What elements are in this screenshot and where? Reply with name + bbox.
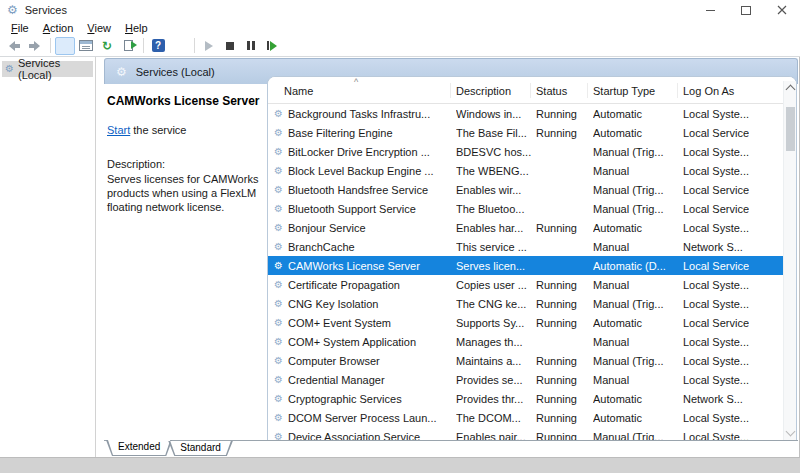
panel-gear-icon: ⚙ [116,66,127,78]
tab-extended[interactable]: Extended [106,440,172,456]
menu-file[interactable]: File [4,22,36,34]
service-status: Running [536,374,593,386]
service-log-on-as: Local Syste... [683,222,749,234]
table-row[interactable]: ⚙ Bluetooth Support Service The Bluetoo.… [268,199,783,218]
table-row[interactable]: ⚙ Credential Manager Provides se... Runn… [268,370,783,389]
table-row[interactable]: ⚙ BitLocker Drive Encryption ... BDESVC … [268,142,783,161]
table-row[interactable]: ⚙ Block Level Backup Engine ... The WBEN… [268,161,783,180]
export-list-icon [124,40,133,51]
show-hide-console-tree-button[interactable] [55,37,75,55]
table-row[interactable]: ⚙ Cryptographic Services Provides thr...… [268,389,783,408]
menu-help[interactable]: Help [118,22,155,34]
service-gear-icon: ⚙ [274,204,283,214]
service-startup-type: Manual [593,374,683,386]
table-row[interactable]: ⚙ Base Filtering Engine The Base Fil... … [268,123,783,142]
service-name-cell: ⚙ Device Association Service [268,431,456,441]
table-row[interactable]: ⚙ BranchCache This service ... Manual Ne… [268,237,783,256]
services-gear-icon: ⚙ [5,64,14,74]
tab-standard[interactable]: Standard [168,441,233,456]
maximize-icon [741,6,751,15]
service-gear-icon: ⚙ [274,432,283,441]
vertical-scrollbar[interactable] [783,81,796,440]
tree-item-services-local[interactable]: ⚙ Services (Local) [2,61,93,77]
column-separator[interactable] [677,83,678,98]
stop-service-icon [226,42,234,50]
column-header-name[interactable]: Name [284,85,313,97]
column-separator[interactable] [530,83,531,98]
services-window: ⚙ Services File Action View Help ↻ [0,0,800,473]
table-row[interactable]: ⚙ Device Association Service Enables pai… [268,427,783,440]
help-button[interactable]: ? [148,37,168,55]
service-status: Running [536,317,593,329]
table-row[interactable]: ⚙ CAMWorks License Server Serves licen..… [268,256,783,275]
maximize-button[interactable] [728,0,764,20]
column-header-log-on-as[interactable]: Log On As [683,85,734,97]
service-name-cell: ⚙ Certificate Propagation [268,279,456,291]
tree-item-label: Services (Local) [18,57,90,81]
service-description: Windows in... [456,108,536,120]
service-log-on-as: Local Service [683,260,749,272]
minimize-button[interactable] [692,0,728,20]
service-startup-type: Manual [593,241,683,253]
table-row[interactable]: ⚙ CNG Key Isolation The CNG ke... Runnin… [268,294,783,313]
column-separator[interactable] [587,83,588,98]
properties-button[interactable] [76,37,96,55]
table-row[interactable]: ⚙ DCOM Server Process Laun... The DCOM..… [268,408,783,427]
close-button[interactable] [764,0,800,20]
service-name: Cryptographic Services [288,393,402,405]
service-startup-type: Manual (Trig... [593,203,683,215]
column-separator[interactable] [450,83,451,98]
service-name: Background Tasks Infrastru... [288,108,430,120]
service-log-on-as: Local Syste... [683,355,749,367]
restart-service-button[interactable] [262,37,282,55]
service-name-cell: ⚙ DCOM Server Process Laun... [268,412,456,424]
service-startup-type: Manual (Trig... [593,184,683,196]
service-startup-type: Manual (Trig... [593,431,683,441]
service-gear-icon: ⚙ [274,185,283,195]
close-icon [777,5,787,15]
service-name: Base Filtering Engine [288,127,393,139]
service-name: CAMWorks License Server [288,260,420,272]
table-row[interactable]: ⚙ COM+ Event System Supports Sy... Runni… [268,313,783,332]
forward-arrow-icon [28,40,42,52]
service-status: Running [536,108,593,120]
service-log-on-as: Local Service [683,203,749,215]
scroll-up-icon[interactable] [786,85,796,95]
stop-service-button[interactable] [220,37,240,55]
table-row[interactable]: ⚙ COM+ System Application Manages th... … [268,332,783,351]
table-row[interactable]: ⚙ Computer Browser Maintains a... Runnin… [268,351,783,370]
service-startup-type: Automatic [593,317,683,329]
service-gear-icon: ⚙ [274,166,283,176]
service-description: Enables wir... [456,184,536,196]
column-header-startup-type[interactable]: Startup Type [593,85,655,97]
table-row[interactable]: ⚙ Background Tasks Infrastru... Windows … [268,104,783,123]
scroll-down-icon[interactable] [786,427,796,437]
column-header-status[interactable]: Status [536,85,567,97]
service-log-on-as: Local Syste... [683,279,749,291]
properties-window-button[interactable] [169,37,189,55]
table-row[interactable]: ⚙ Certificate Propagation Copies user ..… [268,275,783,294]
service-gear-icon: ⚙ [274,147,283,157]
menu-view[interactable]: View [80,22,118,34]
refresh-button[interactable]: ↻ [97,37,117,55]
scrollbar-thumb[interactable] [786,107,795,151]
service-name-cell: ⚙ Cryptographic Services [268,393,456,405]
menu-action[interactable]: Action [36,22,81,34]
pause-service-button[interactable] [241,37,261,55]
start-service-button[interactable] [199,37,219,55]
back-button[interactable] [4,37,24,55]
service-gear-icon: ⚙ [274,299,283,309]
services-table-body: ⚙ Background Tasks Infrastru... Windows … [268,104,783,440]
service-log-on-as: Local Syste... [683,431,749,441]
service-status: Running [536,431,593,441]
table-row[interactable]: ⚙ Bonjour Service Enables har... Running… [268,218,783,237]
column-header-description[interactable]: Description [456,85,511,97]
table-row[interactable]: ⚙ Bluetooth Handsfree Service Enables wi… [268,180,783,199]
start-service-link[interactable]: Start [107,124,130,136]
service-log-on-as: Local Syste... [683,336,749,348]
refresh-icon: ↻ [102,39,112,53]
forward-button[interactable] [25,37,45,55]
service-name: DCOM Server Process Laun... [288,412,437,424]
service-status: Running [536,279,593,291]
export-list-button[interactable] [118,37,138,55]
